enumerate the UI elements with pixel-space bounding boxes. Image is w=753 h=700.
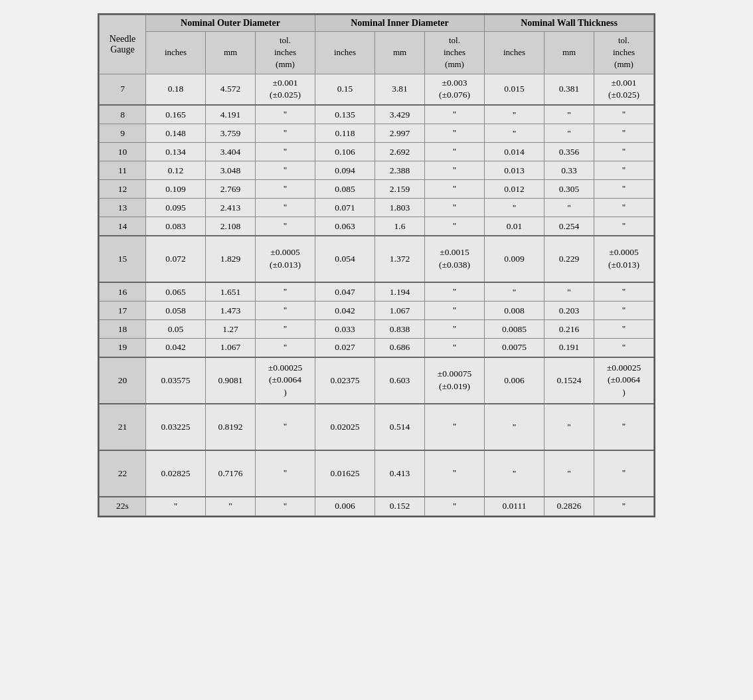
data-cell: 1.803 [375, 199, 425, 217]
data-cell: 0.033 [315, 320, 375, 339]
data-cell: " [594, 105, 654, 124]
data-cell: 0.838 [375, 320, 425, 339]
table-row: 200.035750.9081±0.00025(±0.0064)0.023750… [100, 357, 654, 404]
data-cell: ±0.0005(±0.013) [256, 236, 315, 282]
gauge-cell: 15 [100, 236, 146, 282]
data-cell: 0.01 [485, 217, 544, 236]
data-cell: " [544, 404, 594, 450]
table-row: 130.0952.413"0.0711.803"""" [100, 199, 654, 217]
data-cell: " [256, 180, 315, 199]
data-cell: " [146, 497, 206, 515]
table-row: 110.123.048"0.0942.388"0.0130.33" [100, 161, 654, 180]
data-cell: 0.152 [375, 497, 425, 515]
gauge-cell: 8 [100, 105, 146, 124]
table-row: 160.0651.651"0.0471.194"""" [100, 282, 654, 301]
data-cell: 1.829 [206, 236, 256, 282]
header-nominal-outer: Nominal Outer Diameter [146, 15, 315, 32]
data-cell: " [256, 320, 315, 339]
data-cell: 3.81 [375, 74, 425, 105]
table-row: 210.032250.8192"0.020250.514"""" [100, 404, 654, 450]
data-cell: 0.006 [485, 357, 544, 404]
data-cell: 0.603 [375, 357, 425, 404]
data-cell: " [256, 217, 315, 236]
data-cell: " [544, 282, 594, 301]
data-cell: " [256, 199, 315, 217]
data-cell: " [425, 282, 485, 301]
table-row: 220.028250.7176"0.016250.413"""" [100, 450, 654, 497]
needle-gauge-table-container: NeedleGauge Nominal Outer Diameter Nomin… [98, 13, 655, 517]
data-cell: " [256, 497, 315, 515]
data-cell: 0.18 [146, 74, 206, 105]
table-row: 90.1483.759"0.1182.997"""" [100, 124, 654, 143]
data-cell: 1.473 [206, 302, 256, 320]
data-cell: " [425, 320, 485, 339]
data-cell: 0.33 [544, 161, 594, 180]
data-cell: " [594, 302, 654, 320]
data-cell: 0.015 [485, 74, 544, 105]
data-cell: 0.094 [315, 161, 375, 180]
data-cell: 0.058 [146, 302, 206, 320]
data-cell: 0.216 [544, 320, 594, 339]
needle-gauge-table: NeedleGauge Nominal Outer Diameter Nomin… [99, 15, 654, 516]
subheader-id-inches: inches [315, 32, 375, 74]
data-cell: " [256, 161, 315, 180]
table-row: 80.1654.191"0.1353.429"""" [100, 105, 654, 124]
data-cell: 2.413 [206, 199, 256, 217]
data-cell: 0.109 [146, 180, 206, 199]
data-cell: 0.254 [544, 217, 594, 236]
data-cell: 0.0085 [485, 320, 544, 339]
data-cell: 0.008 [485, 302, 544, 320]
gauge-cell: 7 [100, 74, 146, 105]
data-cell: 0.03575 [146, 357, 206, 404]
data-cell: ±0.001(±0.025) [256, 74, 315, 105]
data-cell: " [425, 124, 485, 143]
subheader-id-mm: mm [375, 32, 425, 74]
data-cell: 0.203 [544, 302, 594, 320]
gauge-cell: 9 [100, 124, 146, 143]
header-nominal-wall: Nominal Wall Thickness [485, 15, 654, 32]
data-cell: 1.067 [206, 339, 256, 357]
data-cell: " [594, 450, 654, 497]
data-cell: 0.514 [375, 404, 425, 450]
data-cell: 0.381 [544, 74, 594, 105]
data-cell: " [594, 339, 654, 357]
data-cell: 1.194 [375, 282, 425, 301]
data-cell: 0.15 [315, 74, 375, 105]
data-cell: ±0.00075(±0.019) [425, 357, 485, 404]
data-cell: " [485, 199, 544, 217]
table-row: 150.0721.829±0.0005(±0.013)0.0541.372±0.… [100, 236, 654, 282]
gauge-cell: 16 [100, 282, 146, 301]
data-cell: 3.429 [375, 105, 425, 124]
data-cell: 0.009 [485, 236, 544, 282]
data-cell: " [485, 404, 544, 450]
data-cell: 1.651 [206, 282, 256, 301]
gauge-cell: 22s [100, 497, 146, 515]
data-cell: " [594, 320, 654, 339]
data-cell: " [544, 105, 594, 124]
data-cell: 0.134 [146, 143, 206, 161]
data-cell: 2.692 [375, 143, 425, 161]
data-cell: 0.006 [315, 497, 375, 515]
header-nominal-inner: Nominal Inner Diameter [315, 15, 485, 32]
data-cell: 0.8192 [206, 404, 256, 450]
data-cell: ±0.003(±0.076) [425, 74, 485, 105]
subheader-wt-tol: tol.inches(mm) [594, 32, 654, 74]
data-cell: " [425, 199, 485, 217]
data-cell: 0.118 [315, 124, 375, 143]
gauge-cell: 13 [100, 199, 146, 217]
data-cell: 0.01625 [315, 450, 375, 497]
data-cell: 0.413 [375, 450, 425, 497]
data-cell: " [594, 180, 654, 199]
data-cell: " [256, 339, 315, 357]
table-row: 120.1092.769"0.0852.159"0.0120.305" [100, 180, 654, 199]
data-cell: 4.572 [206, 74, 256, 105]
data-cell: 0.148 [146, 124, 206, 143]
data-cell: " [485, 124, 544, 143]
gauge-cell: 14 [100, 217, 146, 236]
data-cell: 0.356 [544, 143, 594, 161]
data-cell: ±0.001(±0.025) [594, 74, 654, 105]
data-cell: " [594, 143, 654, 161]
data-cell: " [544, 124, 594, 143]
data-cell: ±0.0015(±0.038) [425, 236, 485, 282]
data-cell: 0.071 [315, 199, 375, 217]
